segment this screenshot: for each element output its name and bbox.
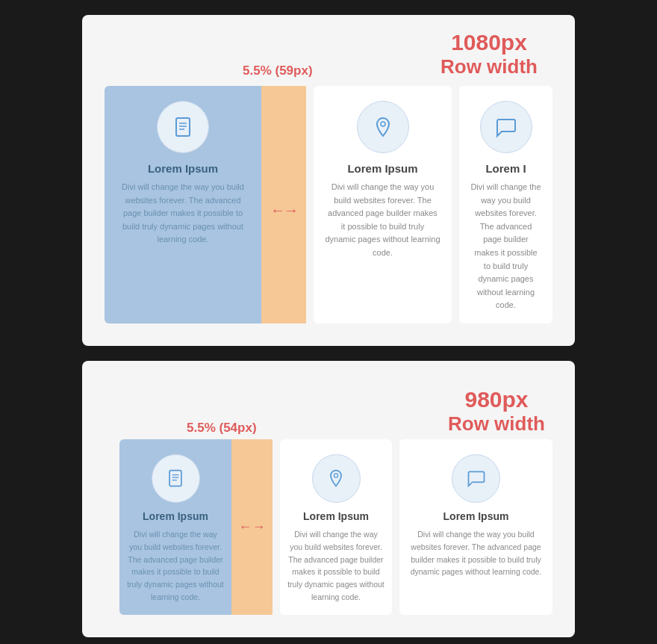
bottom-card-blue-text: Divi will change the way you build websi… — [127, 528, 224, 604]
location-icon — [371, 115, 395, 139]
chat-icon-circle — [480, 101, 532, 153]
location-icon-circle — [357, 101, 409, 153]
top-card-white-1: Lorem Ipsum Divi will change the way you… — [314, 86, 452, 323]
chat-icon — [494, 115, 518, 139]
top-labels-row: 5.5% (59px) 1080px Row width — [105, 30, 552, 82]
bottom-document-icon — [165, 468, 186, 489]
bottom-card-white2-title: Lorem Ipsum — [443, 510, 509, 522]
top-arrow-icon: ←→ — [270, 202, 297, 219]
bottom-location-icon — [326, 468, 346, 489]
top-arrow: ←→ — [270, 191, 297, 219]
top-gutter-label: 5.5% (59px) — [243, 64, 313, 78]
bottom-row-width-label: Row width — [448, 412, 545, 436]
top-diagram: 5.5% (59px) 1080px Row width Lorem Ipsum… — [82, 15, 575, 346]
bottom-arrow-icon: ←→ — [239, 519, 266, 535]
bottom-card-white-1: Lorem Ipsum Divi will change the way you… — [280, 439, 392, 615]
bottom-labels-row: 5.5% (54px) 980px Row width — [105, 376, 552, 436]
top-rowwidth-block: 1080px Row width — [440, 30, 538, 78]
svg-rect-0 — [176, 118, 190, 136]
top-cards-row: Lorem Ipsum Divi will change the way you… — [105, 86, 552, 323]
top-card-blue-text: Divi will change the way you build websi… — [116, 181, 250, 247]
top-row-width-label: Row width — [440, 55, 538, 78]
document-icon — [171, 115, 195, 139]
top-card-white1-text: Divi will change the way you build websi… — [325, 181, 440, 260]
top-card-blue-title: Lorem Ipsum — [148, 162, 218, 175]
top-card-white-2: Lorem I Divi will change the way you bui… — [459, 86, 552, 323]
bottom-location-icon-circle — [312, 454, 361, 503]
bottom-card-blue-title: Lorem Ipsum — [143, 510, 208, 522]
top-card-white2-text: Divi will change the way you build websi… — [470, 181, 541, 312]
bottom-chat-icon — [466, 468, 487, 489]
bottom-document-icon-circle — [152, 454, 200, 503]
bottom-card-white2-text: Divi will change the way you build websi… — [407, 528, 545, 578]
bottom-gutter-orange: ←→ — [231, 439, 273, 615]
svg-point-9 — [334, 474, 337, 477]
bottom-rowwidth-block: 980px Row width — [448, 387, 545, 436]
svg-point-4 — [381, 122, 385, 126]
top-gutter-orange: ←→ — [261, 86, 306, 323]
bottom-card-white1-text: Divi will change the way you build websi… — [287, 528, 384, 604]
svg-rect-5 — [169, 471, 181, 486]
bottom-chat-icon-circle — [452, 454, 500, 503]
bottom-row-width-px: 980px — [448, 387, 545, 412]
bottom-diagram: 5.5% (54px) 980px Row width Lorem Ipsum … — [82, 361, 575, 637]
bottom-card-blue: Lorem Ipsum Divi will change the way you… — [119, 439, 231, 615]
top-card-white1-title: Lorem Ipsum — [347, 162, 417, 175]
bottom-gutter-label: 5.5% (54px) — [187, 421, 257, 436]
top-card-blue: Lorem Ipsum Divi will change the way you… — [105, 86, 261, 323]
top-card-white2-title: Lorem I — [485, 162, 526, 175]
bottom-cards-row: Lorem Ipsum Divi will change the way you… — [119, 439, 552, 615]
document-icon-circle — [157, 101, 209, 153]
bottom-card-white-2: Lorem Ipsum Divi will change the way you… — [399, 439, 552, 615]
bottom-card-white1-title: Lorem Ipsum — [303, 510, 369, 522]
top-row-width-px: 1080px — [440, 30, 538, 55]
